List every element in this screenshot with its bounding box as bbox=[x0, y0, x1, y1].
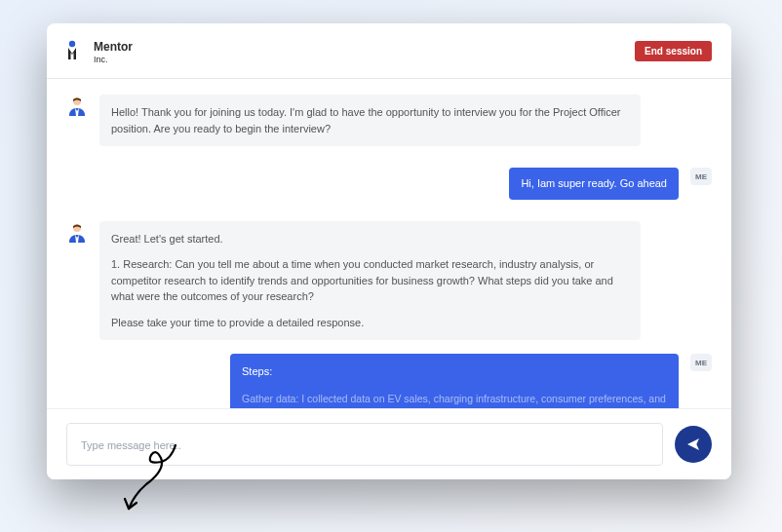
user-message-partial: Steps: Gather data: I collected data on … bbox=[230, 354, 679, 408]
bot-message-line: Great! Let's get started. bbox=[111, 231, 629, 247]
message-row-bot: Hello! Thank you for joining us today. I… bbox=[66, 95, 712, 146]
message-row-user-partial: Steps: Gather data: I collected data on … bbox=[66, 354, 712, 408]
user-message-title: Steps: bbox=[242, 363, 667, 381]
message-input[interactable] bbox=[81, 439, 648, 451]
logo-icon bbox=[66, 40, 88, 61]
brand-logo: Mentor Inc. bbox=[66, 37, 133, 64]
message-row-bot: Great! Let's get started. 1. Research: C… bbox=[66, 221, 712, 341]
me-badge: ME bbox=[690, 168, 712, 185]
user-message-body: Gather data: I collected data on EV sale… bbox=[242, 391, 667, 408]
header: Mentor Inc. End session bbox=[47, 23, 731, 79]
svg-point-0 bbox=[69, 41, 75, 47]
bot-avatar-icon bbox=[66, 221, 88, 243]
bot-message: Hello! Thank you for joining us today. I… bbox=[99, 95, 641, 146]
me-badge: ME bbox=[690, 354, 712, 371]
bot-message-line: 1. Research: Can you tell me about a tim… bbox=[111, 256, 629, 305]
composer bbox=[47, 408, 731, 479]
bot-message: Great! Let's get started. 1. Research: C… bbox=[99, 221, 641, 341]
brand-sub: Inc. bbox=[94, 55, 133, 64]
chat-window: Mentor Inc. End session Hello! Thank you… bbox=[47, 23, 731, 479]
chat-body: Hello! Thank you for joining us today. I… bbox=[47, 79, 731, 408]
send-button[interactable] bbox=[675, 426, 712, 463]
message-row-user: Hi, Iam super ready. Go ahead ME bbox=[66, 168, 712, 200]
user-message: Hi, Iam super ready. Go ahead bbox=[509, 168, 679, 200]
brand-name: Mentor bbox=[94, 40, 133, 54]
end-session-button[interactable]: End session bbox=[635, 41, 712, 61]
message-input-wrap[interactable] bbox=[66, 423, 663, 466]
bot-message-line: Please take your time to provide a detai… bbox=[111, 315, 629, 331]
send-icon bbox=[685, 437, 701, 452]
bot-avatar-icon bbox=[66, 95, 88, 116]
